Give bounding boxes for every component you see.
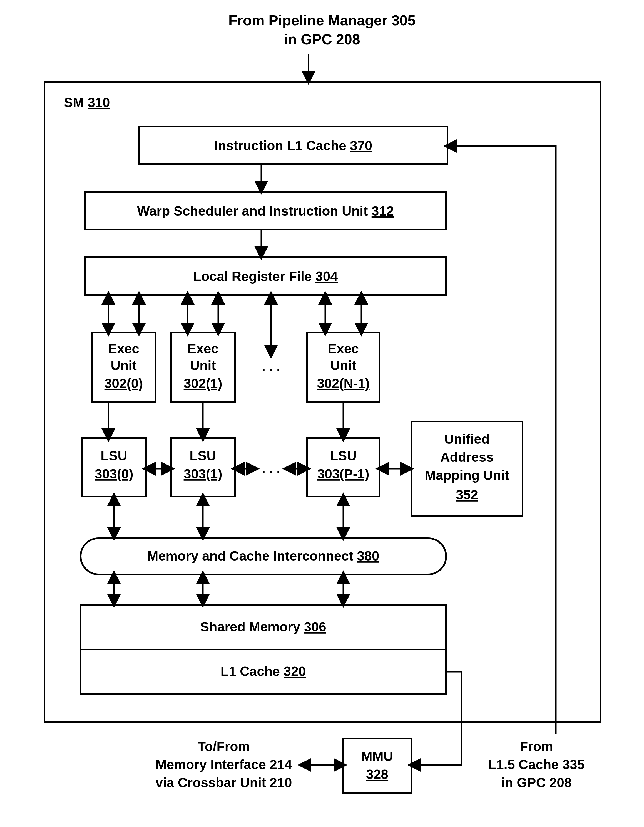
path-l1c-mmu xyxy=(411,672,461,765)
mmu-box xyxy=(343,738,411,793)
exec-dots: . . . xyxy=(262,359,280,374)
exec2-l1: Exec xyxy=(328,341,359,356)
exec0-l1: Exec xyxy=(108,341,139,356)
uamu-l3: Mapping Unit xyxy=(425,468,509,483)
exec1-l1: Exec xyxy=(187,341,218,356)
lsu2-l1: LSU xyxy=(330,448,356,463)
lsu2-num: 303(P-1) xyxy=(317,467,369,481)
warp-label: Warp Scheduler and Instruction Unit 312 xyxy=(137,204,394,218)
lrf-label: Local Register File 304 xyxy=(193,269,338,284)
exec1-num: 302(1) xyxy=(184,376,222,391)
lsu0-num: 303(0) xyxy=(95,467,134,481)
exec2-num: 302(N-1) xyxy=(317,376,369,391)
left-cap-l1: To/From xyxy=(198,739,250,754)
mmu-num: 328 xyxy=(366,767,388,782)
uamu-num: 352 xyxy=(456,487,478,502)
exec2-l2: Unit xyxy=(330,358,356,373)
mmu-l1: MMU xyxy=(361,749,393,764)
right-cap-l3: in GPC 208 xyxy=(501,775,571,790)
exec0-num: 302(0) xyxy=(104,376,143,391)
lsu1-l1: LSU xyxy=(190,448,216,463)
right-cap-l2: L1.5 Cache 335 xyxy=(488,757,585,772)
lsu0-l1: LSU xyxy=(101,448,127,463)
shm-label: Shared Memory 306 xyxy=(200,619,326,634)
right-cap-l1: From xyxy=(520,739,553,754)
mci-label: Memory and Cache Interconnect 380 xyxy=(147,549,380,563)
uamu-l2: Address xyxy=(440,450,494,465)
lsu-dots: . . . xyxy=(262,461,280,476)
header-line2: in GPC 208 xyxy=(284,31,360,47)
il1-label: Instruction L1 Cache 370 xyxy=(214,138,372,153)
sm-label: SM 310 xyxy=(64,95,110,110)
uamu-l1: Unified xyxy=(445,432,490,446)
l1c-label: L1 Cache 320 xyxy=(221,664,306,679)
lsu1-num: 303(1) xyxy=(184,467,222,481)
exec0-l2: Unit xyxy=(110,358,137,373)
exec1-l2: Unit xyxy=(190,358,216,373)
left-cap-l2: Memory Interface 214 xyxy=(156,757,292,772)
header-line1: From Pipeline Manager 305 xyxy=(229,12,415,28)
left-cap-l3: via Crossbar Unit 210 xyxy=(156,775,292,790)
